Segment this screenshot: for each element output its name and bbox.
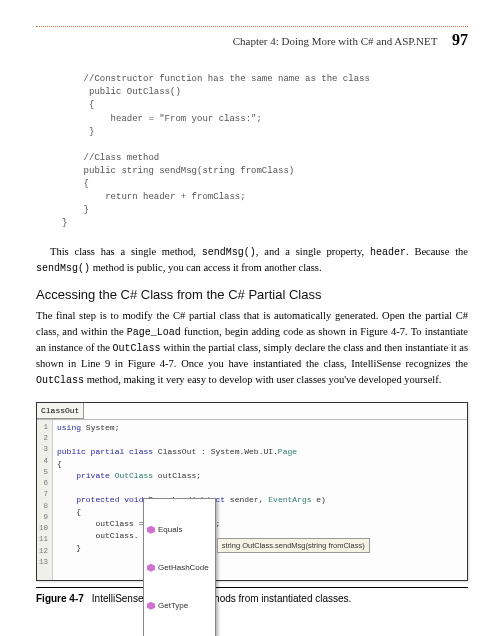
intellisense-item-gethashcode: GetHashCode bbox=[144, 561, 215, 575]
intellisense-tooltip: string OutClass.sendMsg(string fromClass… bbox=[217, 538, 370, 553]
inline-code-header: header bbox=[370, 247, 406, 258]
figure-screenshot: ClassOut 1 2 3 4 5 6 7 8 9 10 11 12 13 u… bbox=[36, 402, 468, 581]
method-icon bbox=[147, 526, 155, 534]
page-number: 97 bbox=[452, 31, 468, 48]
intellisense-item-gettype: GetType bbox=[144, 599, 215, 613]
paragraph-class-summary: This class has a single method, sendMsg(… bbox=[36, 244, 468, 276]
figure-label: Figure 4-7 bbox=[36, 593, 84, 604]
editor-tab: ClassOut bbox=[37, 403, 84, 419]
editor-content: 1 2 3 4 5 6 7 8 9 10 11 12 13 using Syst… bbox=[37, 420, 467, 580]
code-listing: //Constructor function has the same name… bbox=[62, 73, 468, 230]
paragraph-partial-class: The final step is to modify the C# parti… bbox=[36, 308, 468, 388]
intellisense-item-equals: Equals bbox=[144, 523, 215, 537]
inline-code-outclass: OutClass bbox=[113, 343, 161, 354]
figure-caption-text: IntelliSense recognizes methods from ins… bbox=[92, 593, 352, 604]
inline-code-pageload: Page_Load bbox=[127, 327, 181, 338]
chapter-header: Chapter 4: Doing More with C# and ASP.NE… bbox=[36, 26, 468, 51]
code-editor-area: using System; public partial class Class… bbox=[53, 420, 467, 580]
figure-caption: Figure 4-7IntelliSense recognizes method… bbox=[36, 587, 468, 606]
method-icon bbox=[147, 564, 155, 572]
inline-code-outclass2: OutClass bbox=[36, 375, 84, 386]
chapter-title: Chapter 4: Doing More with C# and ASP.NE… bbox=[233, 35, 438, 47]
intellisense-popup: Equals GetHashCode GetType sendMsg ToStr… bbox=[143, 498, 216, 636]
line-number-gutter: 1 2 3 4 5 6 7 8 9 10 11 12 13 bbox=[37, 420, 53, 580]
figure-tab-row: ClassOut bbox=[37, 403, 467, 420]
inline-code-sendmsg: sendMsg() bbox=[202, 247, 256, 258]
method-icon bbox=[147, 602, 155, 610]
section-heading: Accessing the C# Class from the C# Parti… bbox=[36, 286, 468, 304]
inline-code-sendmsg2: sendMsg() bbox=[36, 263, 90, 274]
